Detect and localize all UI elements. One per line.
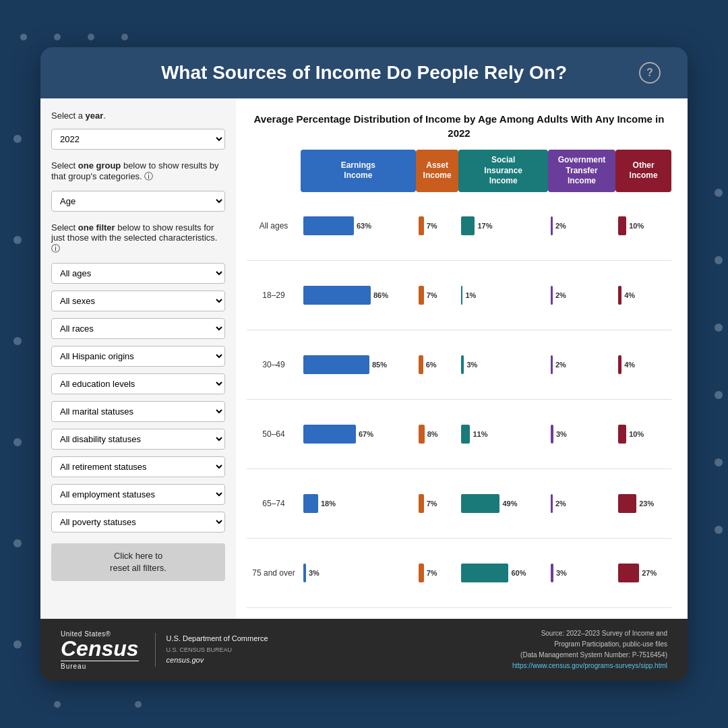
bar-pct-govt: 2%	[555, 222, 566, 230]
main-card: What Sources of Income Do People Rely On…	[40, 47, 688, 681]
bar-cell-govt: 2%	[548, 261, 615, 330]
bar-pct-govt: 2%	[555, 499, 566, 508]
census-logo: United States® Census Bureau	[61, 630, 139, 670]
bar-cell-social: 17%	[458, 192, 548, 261]
bar-pct-other: 10%	[629, 430, 644, 438]
bar-pct-asset: 7%	[427, 222, 437, 230]
chart-row: 30–4985%6%3%2%4%	[247, 330, 671, 400]
bar-cell-asset: 7%	[416, 261, 459, 330]
bar-pct-social: 3%	[466, 361, 477, 369]
marital-filter[interactable]: All marital statuses	[51, 401, 225, 422]
source-text: Source: 2022–2023 Survey of Income andPr…	[512, 628, 667, 661]
bar-other	[618, 286, 621, 305]
bar-pct-asset: 7%	[427, 569, 437, 577]
bar-pct-govt: 3%	[556, 430, 567, 438]
education-filter[interactable]: All education levels	[51, 373, 225, 394]
sexes-filter[interactable]: All sexes	[51, 291, 225, 311]
bar-pct-other: 10%	[629, 222, 644, 230]
card-body: Select a year. 2022 Select one group bel…	[40, 98, 688, 619]
bg-dot	[715, 324, 723, 332]
reset-button[interactable]: Click here toreset all filters.	[51, 543, 225, 581]
bar-social	[461, 216, 475, 235]
row-age-label: All ages	[247, 192, 301, 261]
chart-title: Average Percentage Distribution of Incom…	[247, 112, 671, 140]
bar-pct-earnings: 67%	[359, 430, 373, 438]
bg-dot	[135, 701, 142, 708]
footer-dept: U.S. Department of Commerce U.S. CENSUS …	[155, 633, 268, 667]
disability-filter[interactable]: All disability statuses	[51, 429, 225, 450]
bg-dot	[13, 236, 22, 244]
races-filter[interactable]: All races	[51, 318, 225, 339]
help-icon[interactable]: ?	[639, 62, 661, 84]
bg-dot	[13, 640, 22, 648]
bar-govt	[551, 286, 553, 305]
source-link[interactable]: https://www.census.gov/programs-surveys/…	[512, 661, 667, 671]
bg-dot	[13, 539, 22, 547]
bar-govt	[551, 216, 553, 235]
bg-dot	[54, 34, 61, 40]
ages-filter[interactable]: All ages	[51, 263, 225, 284]
group-label: Select one group below to show results b…	[51, 160, 225, 183]
bar-pct-other: 23%	[639, 499, 654, 508]
dept-line2: U.S. CENSUS BUREAU	[166, 645, 268, 655]
bar-cell-govt: 3%	[548, 538, 615, 607]
bar-pct-earnings: 3%	[309, 569, 320, 577]
bar-other	[618, 355, 621, 374]
bar-social	[461, 355, 464, 374]
bar-govt	[551, 494, 553, 513]
bar-cell-earnings: 85%	[301, 330, 416, 400]
bar-other	[618, 216, 626, 235]
retirement-filter[interactable]: All retirement statuses	[51, 456, 225, 477]
group-select[interactable]: Age	[51, 191, 225, 212]
bg-dot	[715, 391, 723, 399]
bar-pct-asset: 6%	[426, 361, 437, 369]
chart-area: Average Percentage Distribution of Incom…	[236, 98, 688, 619]
bar-cell-social: 49%	[458, 468, 548, 538]
bar-social	[461, 494, 499, 513]
year-select[interactable]: 2022	[51, 129, 225, 150]
footer-source: Source: 2022–2023 Survey of Income andPr…	[512, 628, 667, 671]
card-header: What Sources of Income Do People Rely On…	[40, 47, 688, 98]
bar-earnings	[303, 564, 306, 582]
bar-cell-asset: 6%	[416, 330, 459, 400]
poverty-filter[interactable]: All poverty statuses	[51, 512, 225, 533]
bar-govt	[551, 564, 553, 582]
bar-pct-earnings: 85%	[372, 361, 387, 369]
bg-dot	[13, 337, 22, 345]
hispanic-filter[interactable]: All Hispanic origins	[51, 346, 225, 367]
bar-asset	[419, 216, 424, 235]
bg-dot	[121, 34, 128, 40]
bar-pct-social: 17%	[477, 222, 492, 230]
card-footer: United States® Census Bureau U.S. Depart…	[40, 619, 688, 681]
bar-cell-other: 4%	[615, 261, 671, 330]
bar-cell-earnings: 86%	[301, 261, 416, 330]
chart-row: 65–7418%7%49%2%23%	[247, 468, 671, 538]
row-label-header	[247, 150, 301, 192]
bar-cell-asset: 7%	[416, 538, 459, 607]
bar-pct-social: 60%	[511, 569, 526, 577]
bar-other	[618, 494, 636, 513]
row-age-label: 75 and over	[247, 538, 301, 607]
bar-pct-earnings: 63%	[357, 222, 371, 230]
bar-cell-other: 27%	[615, 538, 671, 607]
bar-pct-asset: 8%	[427, 430, 438, 438]
chart-row: 50–6467%8%11%3%10%	[247, 399, 671, 468]
th-other: OtherIncome	[615, 150, 671, 192]
bar-pct-other: 4%	[624, 361, 635, 369]
bar-cell-other: 23%	[615, 468, 671, 538]
th-earnings: EarningsIncome	[301, 150, 416, 192]
bar-asset	[419, 355, 423, 374]
bar-earnings	[303, 425, 356, 444]
bar-pct-earnings: 18%	[321, 499, 336, 508]
bg-dot	[88, 34, 94, 40]
page-title: What Sources of Income Do People Rely On…	[89, 62, 639, 84]
bar-cell-earnings: 63%	[301, 192, 416, 261]
bar-social	[461, 425, 470, 444]
row-age-label: 65–74	[247, 468, 301, 538]
bar-govt	[551, 425, 553, 444]
chart-row: 75 and over3%7%60%3%27%	[247, 538, 671, 607]
th-govt: GovernmentTransferIncome	[548, 150, 615, 192]
bar-asset	[419, 494, 424, 513]
employment-filter[interactable]: All employment statuses	[51, 484, 225, 505]
filter-label: Select one filter below to show results …	[51, 222, 225, 255]
